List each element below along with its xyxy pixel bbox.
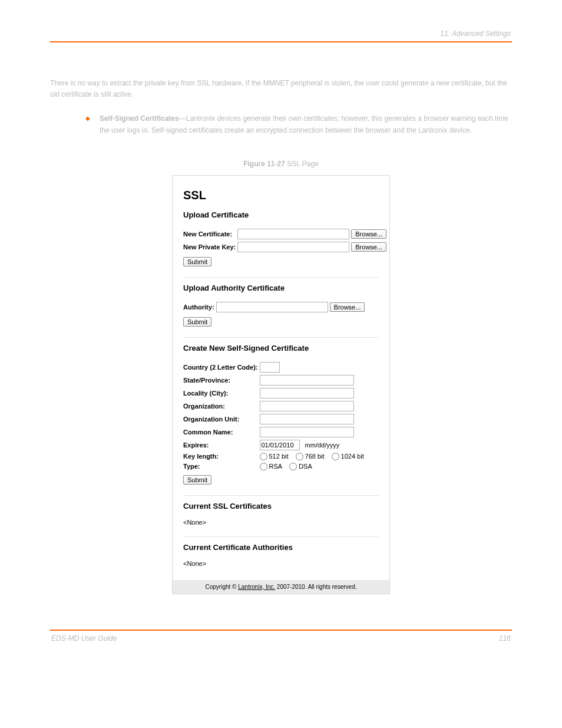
bullet-heading: Self-Signed Certificates [100,114,179,123]
expires-input[interactable] [260,440,300,450]
type-dsa[interactable]: DSA [289,463,312,470]
intro-paragraph: There is no way to extract the private k… [50,78,512,100]
type-dsa-radio[interactable] [289,463,297,470]
divider [183,536,379,537]
state-label: State/Province: [183,374,260,387]
ou-input[interactable] [260,414,354,424]
org-input[interactable] [260,401,354,411]
page-footer: EDS-MD User Guide 116 [50,631,512,643]
self-signed-submit-button[interactable]: Submit [183,475,211,485]
bullet-item: ◆ Self-Signed Certificates—Lantronix dev… [85,113,512,136]
self-signed-table: Country (2 Letter Code): State/Province:… [183,361,366,472]
upload-auth-table: Authority: Browse... [183,301,366,314]
state-input[interactable] [260,375,354,386]
type-radio-group: RSA DSA [260,463,364,470]
new-cert-input[interactable] [237,229,349,239]
cn-input[interactable] [260,427,354,437]
figure-label: Figure 11-27 [243,160,287,168]
footer-prefix: Copyright © [206,584,239,590]
upload-auth-submit-button[interactable]: Submit [183,317,211,327]
current-ssl-none: <None> [183,519,379,526]
diamond-bullet-icon: ◆ [85,113,90,136]
footer-left: EDS-MD User Guide [51,634,117,643]
authority-browse-button[interactable]: Browse... [330,302,365,312]
lantronix-link[interactable]: Lantronix, Inc. [238,584,275,590]
keylen-1024[interactable]: 1024 bit [332,453,364,460]
country-input[interactable] [260,362,280,373]
locality-input[interactable] [260,388,354,398]
new-key-input[interactable] [237,242,349,252]
keylen-512[interactable]: 512 bit [260,453,289,460]
new-cert-browse-button[interactable]: Browse... [351,229,386,239]
divider [183,277,379,278]
header-rule [50,41,512,42]
type-rsa[interactable]: RSA [260,463,283,470]
current-ssl-heading: Current SSL Certificates [183,502,379,510]
current-ca-none: <None> [183,560,379,567]
keylen-1024-radio[interactable] [332,453,339,460]
ssl-panel: SSL Upload Certificate New Certificate: … [172,175,390,594]
figure-title: SSL Page [287,160,319,168]
divider [183,337,379,338]
keylen-768-radio[interactable] [296,453,303,460]
keylen-768[interactable]: 768 bit [296,453,325,460]
expires-hint: mm/dd/yyyy [305,442,340,449]
cn-label: Common Name: [183,426,260,439]
country-label: Country (2 Letter Code): [183,361,260,374]
keylen-label: Key length: [183,452,260,462]
ou-label: Organization Unit: [183,413,260,426]
upload-cert-heading: Upload Certificate [183,210,379,219]
upload-cert-table: New Certificate: Browse... New Private K… [183,228,388,253]
new-key-browse-button[interactable]: Browse... [351,242,386,252]
ssl-title: SSL [183,189,379,202]
upload-cert-submit-button[interactable]: Submit [183,257,211,266]
authority-input[interactable] [216,302,328,312]
figure-caption: Figure 11-27 SSL Page [50,160,512,168]
authority-label: Authority: [183,301,216,314]
bullet-text: Self-Signed Certificates—Lantronix devic… [100,113,512,136]
keylen-radio-group: 512 bit 768 bit 1024 bit [260,453,364,460]
type-rsa-radio[interactable] [260,463,267,470]
footer-suffix: 2007-2010. All rights reserved. [275,584,356,590]
org-label: Organization: [183,400,260,413]
locality-label: Locality (City): [183,387,260,400]
header-right: 11: Advanced Settings [440,29,511,38]
new-cert-label: New Certificate: [183,228,237,241]
keylen-512-radio[interactable] [260,453,267,460]
footer-right: 116 [499,634,511,643]
upload-auth-heading: Upload Authority Certificate [183,284,379,292]
page-header: 11: Advanced Settings [50,24,512,41]
self-signed-heading: Create New Self-Signed Certificate [183,344,379,353]
panel-footer: Copyright © Lantronix, Inc. 2007-2010. A… [173,580,389,594]
expires-label: Expires: [183,439,260,452]
new-key-label: New Private Key: [183,241,237,253]
divider [183,495,379,496]
current-ca-heading: Current Certificate Authorities [183,543,379,552]
type-label: Type: [183,462,260,472]
